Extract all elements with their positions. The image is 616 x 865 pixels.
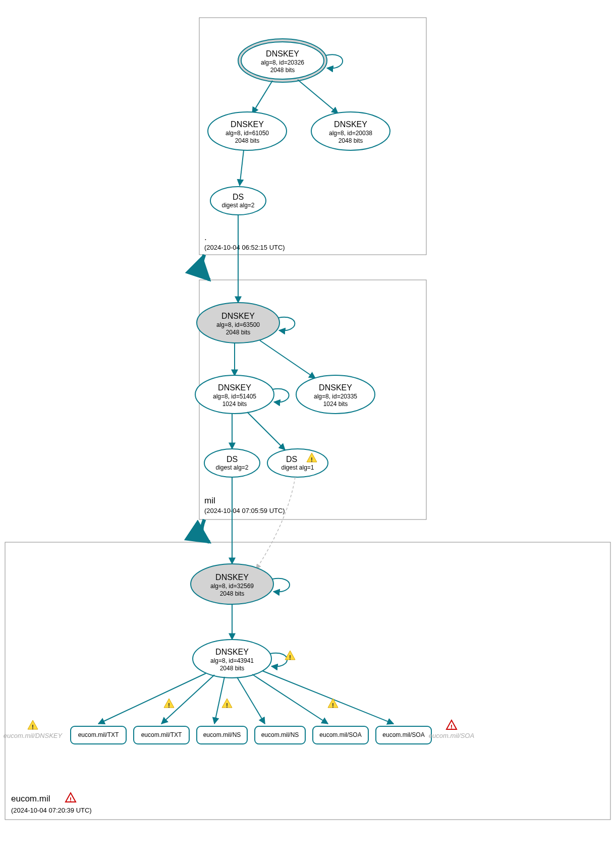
svg-text:2048 bits: 2048 bits <box>235 137 260 144</box>
node-rr4[interactable]: eucom.mil/NS <box>255 726 305 744</box>
svg-text:DNSKEY: DNSKEY <box>231 120 264 129</box>
svg-text:alg=8, id=61050: alg=8, id=61050 <box>226 130 269 137</box>
ghost-dnskey: eucom.mil/DNSKEY <box>4 732 63 739</box>
edge-dashed <box>256 477 295 569</box>
edge <box>298 80 338 113</box>
svg-text:DS: DS <box>227 455 238 464</box>
warning-icon <box>285 651 295 661</box>
svg-text:eucom.mil/TXT: eucom.mil/TXT <box>78 731 119 738</box>
node-rr2[interactable]: eucom.mil/TXT <box>134 726 189 744</box>
svg-text:DNSKEY: DNSKEY <box>334 120 367 129</box>
node-rr6[interactable]: eucom.mil/SOA <box>376 726 431 744</box>
zone-mil-ts: (2024-10-04 07:05:59 UTC) <box>204 507 285 514</box>
node-mil-ds2[interactable]: DS digest alg=1 <box>267 449 328 477</box>
svg-text:alg=8, id=32569: alg=8, id=32569 <box>210 583 254 590</box>
edge <box>240 150 244 186</box>
svg-text:alg=8, id=20038: alg=8, id=20038 <box>329 130 372 137</box>
svg-text:alg=8, id=63500: alg=8, id=63500 <box>216 321 260 328</box>
node-mil-zsk1[interactable]: DNSKEY alg=8, id=51405 1024 bits <box>195 375 274 414</box>
svg-text:DNSKEY: DNSKEY <box>215 573 249 582</box>
svg-text:eucom.mil/NS: eucom.mil/NS <box>203 731 241 738</box>
node-rr1[interactable]: eucom.mil/TXT <box>71 726 126 744</box>
svg-text:2048 bits: 2048 bits <box>270 67 295 74</box>
edge-eucom-ksk-self <box>272 579 290 592</box>
svg-text:alg=8, id=51405: alg=8, id=51405 <box>213 393 256 400</box>
zone-eucom-ts: (2024-10-04 07:20:39 UTC) <box>11 806 92 814</box>
svg-text:alg=8, id=20335: alg=8, id=20335 <box>314 393 357 400</box>
svg-text:DNSKEY: DNSKEY <box>221 312 255 320</box>
svg-text:digest alg=2: digest alg=2 <box>215 464 248 471</box>
edge <box>237 677 265 724</box>
edge <box>247 412 285 450</box>
svg-text:2048 bits: 2048 bits <box>220 590 245 597</box>
edge-zone-root-mil <box>202 255 209 280</box>
edge <box>214 677 225 724</box>
svg-text:2048 bits: 2048 bits <box>339 137 363 144</box>
ghost-soa: eucom.mil/SOA <box>429 732 474 739</box>
svg-text:eucom.mil/NS: eucom.mil/NS <box>261 731 299 738</box>
svg-text:DNSKEY: DNSKEY <box>215 648 249 656</box>
svg-text:eucom.mil/SOA: eucom.mil/SOA <box>382 731 424 738</box>
node-mil-ksk[interactable]: DNSKEY alg=8, id=63500 2048 bits <box>197 303 279 343</box>
node-root-ds[interactable]: DS digest alg=2 <box>210 187 266 215</box>
zone-eucom-name: eucom.mil <box>11 794 50 803</box>
node-root-zsk2[interactable]: DNSKEY alg=8, id=20038 2048 bits <box>311 112 390 150</box>
warning-icon <box>164 699 174 709</box>
svg-text:eucom.mil/SOA: eucom.mil/SOA <box>319 731 361 738</box>
node-mil-ds1[interactable]: DS digest alg=2 <box>204 449 260 477</box>
svg-text:eucom.mil/TXT: eucom.mil/TXT <box>141 731 182 738</box>
svg-text:DS: DS <box>233 193 244 201</box>
dnssec-graph: ! ! . (2024-10-04 06:52:15 UTC) mil (202… <box>0 0 616 865</box>
svg-text:2048 bits: 2048 bits <box>220 665 245 672</box>
node-root-zsk1[interactable]: DNSKEY alg=8, id=61050 2048 bits <box>208 112 287 150</box>
svg-text:digest alg=1: digest alg=1 <box>281 464 314 471</box>
svg-text:DNSKEY: DNSKEY <box>218 383 251 392</box>
edge-mil-zsk1-self <box>272 389 289 402</box>
warning-icon <box>328 699 338 709</box>
svg-text:DNSKEY: DNSKEY <box>319 383 352 392</box>
svg-text:alg=8, id=20326: alg=8, id=20326 <box>261 59 304 66</box>
edge-mil-ksk-self <box>278 317 295 331</box>
node-eucom-zsk[interactable]: DNSKEY alg=8, id=43941 2048 bits <box>193 640 271 678</box>
svg-text:digest alg=2: digest alg=2 <box>221 202 254 209</box>
error-icon <box>66 793 76 803</box>
svg-text:DNSKEY: DNSKEY <box>266 49 299 58</box>
node-eucom-ksk[interactable]: DNSKEY alg=8, id=32569 2048 bits <box>191 564 273 604</box>
svg-text:DS: DS <box>286 455 297 464</box>
warning-icon <box>28 720 38 731</box>
edge <box>252 81 272 113</box>
svg-text:2048 bits: 2048 bits <box>226 329 251 336</box>
zone-eucom-box <box>5 542 610 820</box>
node-rr5[interactable]: eucom.mil/SOA <box>313 726 368 744</box>
node-mil-zsk2[interactable]: DNSKEY alg=8, id=20335 1024 bits <box>296 375 375 414</box>
node-rr3[interactable]: eucom.mil/NS <box>197 726 247 744</box>
zone-root-ts: (2024-10-04 06:52:15 UTC) <box>204 244 285 251</box>
zone-mil-name: mil <box>204 496 215 505</box>
zone-root-name: . <box>204 233 207 242</box>
svg-text:alg=8, id=43941: alg=8, id=43941 <box>210 657 254 664</box>
svg-text:1024 bits: 1024 bits <box>323 400 348 408</box>
error-icon <box>446 720 457 731</box>
edge <box>262 671 394 724</box>
node-root-ksk[interactable]: DNSKEY alg=8, id=20326 2048 bits <box>238 39 327 82</box>
edge <box>260 340 315 378</box>
svg-text:1024 bits: 1024 bits <box>222 400 247 408</box>
edge-root-ksk-self <box>325 54 343 68</box>
edge <box>98 673 206 724</box>
svg-point-33 <box>267 449 328 477</box>
edge-zone-mil-eucom <box>202 520 209 542</box>
warning-icon <box>222 699 232 709</box>
edge-eucom-zsk-self <box>270 653 287 667</box>
